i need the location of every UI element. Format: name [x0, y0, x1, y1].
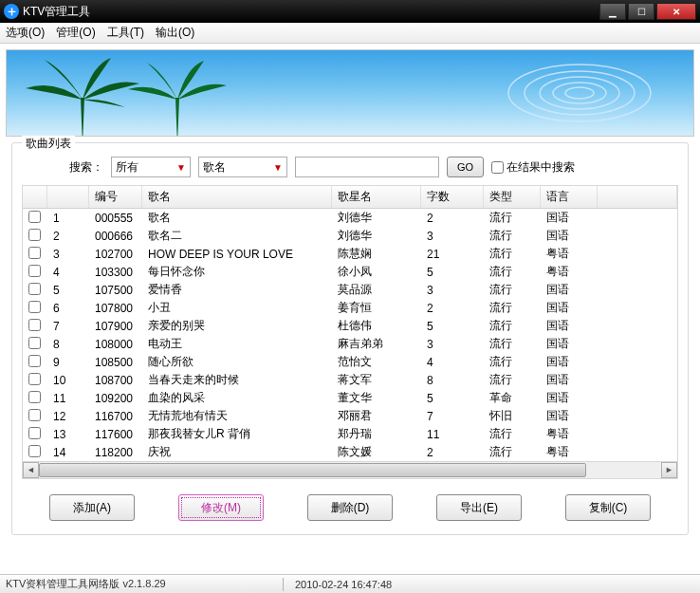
add-button[interactable]: 添加(A)	[49, 494, 135, 521]
cell-lang: 粤语	[541, 425, 598, 443]
minimize-button[interactable]	[599, 3, 626, 20]
table-row[interactable]: 12116700无情荒地有情天邓丽君7怀旧国语	[23, 407, 677, 425]
row-checkbox[interactable]	[28, 211, 41, 223]
table-row[interactable]: 3102700HOW DEEP IS YOUR LOVE陈慧娴21流行粤语	[23, 245, 677, 263]
cell-star: 姜育恒	[332, 299, 421, 317]
cell-count: 5	[421, 389, 484, 407]
table-row[interactable]: 10108700当春天走来的时候蒋文军8流行国语	[23, 371, 677, 389]
cell-name: 血染的风采	[142, 389, 332, 407]
row-checkbox[interactable]	[28, 391, 41, 403]
delete-button[interactable]: 删除(D)	[307, 494, 393, 521]
row-checkbox[interactable]	[28, 247, 41, 259]
menu-options[interactable]: 选项(O)	[6, 25, 45, 41]
scroll-track[interactable]	[39, 462, 661, 478]
menu-manage[interactable]: 管理(O)	[56, 25, 95, 41]
cell-star: 蒋文军	[332, 371, 421, 389]
export-button[interactable]: 导出(E)	[436, 494, 522, 521]
col-rownum[interactable]	[47, 186, 89, 209]
row-checkbox[interactable]	[28, 283, 41, 295]
search-scope-combo[interactable]: 所有 ▼	[111, 157, 191, 177]
cell-name: 亲爱的别哭	[142, 317, 332, 335]
cell-type: 革命	[484, 389, 541, 407]
row-checkbox[interactable]	[28, 319, 41, 331]
cell-id: 107800	[89, 299, 142, 317]
table-row[interactable]: 14118200庆祝陈文媛2流行粤语	[23, 443, 677, 461]
menu-tools[interactable]: 工具(T)	[107, 25, 144, 41]
app-icon	[4, 4, 19, 19]
cell-lang: 国语	[541, 407, 598, 425]
col-star[interactable]: 歌星名	[332, 186, 421, 209]
table-row[interactable]: 9108500随心所欲范怡文4流行国语	[23, 353, 677, 371]
statusbar: KTV资料管理工具网络版 v2.1.8.29 2010-02-24 16:47:…	[0, 574, 700, 593]
row-checkbox[interactable]	[28, 301, 41, 313]
scroll-thumb[interactable]	[39, 463, 586, 477]
cell-star: 徐小凤	[332, 263, 421, 281]
row-checkbox[interactable]	[28, 229, 41, 241]
cell-rownum: 14	[47, 443, 89, 461]
search-input[interactable]	[295, 157, 439, 177]
edit-button[interactable]: 修改(M)	[178, 494, 264, 521]
row-checkbox[interactable]	[28, 427, 41, 439]
table-row[interactable]: 8108000电动王麻吉弟弟3流行国语	[23, 335, 677, 353]
search-in-results-wrap[interactable]: 在结果中搜索	[491, 159, 575, 176]
copy-button[interactable]: 复制(C)	[565, 494, 651, 521]
scroll-right-icon[interactable]: ►	[661, 462, 677, 478]
cell-rownum: 2	[47, 227, 89, 245]
cell-id: 108700	[89, 371, 142, 389]
col-id[interactable]: 编号	[89, 186, 142, 209]
cell-name: 爱情香	[142, 281, 332, 299]
col-extra[interactable]	[598, 186, 677, 209]
table-row[interactable]: 5107500爱情香莫品源3流行国语	[23, 281, 677, 299]
horizontal-scrollbar[interactable]: ◄ ►	[23, 461, 677, 477]
cell-id: 108000	[89, 335, 142, 353]
table-row[interactable]: 7107900亲爱的别哭杜德伟5流行国语	[23, 317, 677, 335]
row-checkbox[interactable]	[28, 445, 41, 457]
cell-count: 8	[421, 371, 484, 389]
col-name[interactable]: 歌名	[142, 186, 332, 209]
row-checkbox[interactable]	[28, 337, 41, 349]
table-row[interactable]: 13117600那夜我替女儿R 背俏郑丹瑞11流行粤语	[23, 425, 677, 443]
row-checkbox[interactable]	[28, 355, 41, 367]
menu-output[interactable]: 输出(O)	[156, 25, 194, 41]
row-checkbox[interactable]	[28, 265, 41, 277]
svg-point-0	[565, 87, 594, 99]
table-row[interactable]: 1000555歌名刘德华2流行国语	[23, 209, 677, 228]
cell-type: 流行	[484, 317, 541, 335]
cell-rownum: 8	[47, 335, 89, 353]
cell-id: 000666	[89, 227, 142, 245]
table-row[interactable]: 6107800小丑姜育恒2流行国语	[23, 299, 677, 317]
cell-type: 怀旧	[484, 407, 541, 425]
cell-name: 歌名	[142, 209, 332, 228]
maximize-button[interactable]	[628, 3, 654, 20]
cell-lang: 国语	[541, 209, 598, 228]
col-lang[interactable]: 语言	[541, 186, 598, 209]
row-checkbox[interactable]	[28, 409, 41, 421]
close-button[interactable]	[656, 3, 696, 20]
cell-type: 流行	[484, 371, 541, 389]
go-button[interactable]: GO	[447, 157, 484, 177]
cell-id: 118200	[89, 443, 142, 461]
cell-name: 庆祝	[142, 443, 332, 461]
table-row[interactable]: 11109200血染的风采董文华5革命国语	[23, 389, 677, 407]
cell-lang: 国语	[541, 281, 598, 299]
col-type[interactable]: 类型	[484, 186, 541, 209]
cell-lang: 国语	[541, 353, 598, 371]
scroll-left-icon[interactable]: ◄	[23, 462, 39, 478]
row-checkbox[interactable]	[28, 373, 41, 385]
cell-lang: 国语	[541, 317, 598, 335]
cell-rownum: 1	[47, 209, 89, 228]
table-row[interactable]: 2000666歌名二刘德华3流行国语	[23, 227, 677, 245]
cell-name: 当春天走来的时候	[142, 371, 332, 389]
search-field-combo[interactable]: 歌名 ▼	[198, 157, 287, 177]
cell-type: 流行	[484, 443, 541, 461]
cell-name: 无情荒地有情天	[142, 407, 332, 425]
cell-lang: 国语	[541, 371, 598, 389]
table-row[interactable]: 4103300每日怀念你徐小凤5流行粤语	[23, 263, 677, 281]
col-check[interactable]	[23, 186, 47, 209]
cell-star: 郑丹瑞	[332, 425, 421, 443]
cell-star: 莫品源	[332, 281, 421, 299]
cell-rownum: 5	[47, 281, 89, 299]
col-count[interactable]: 字数	[421, 186, 484, 209]
search-in-results-checkbox[interactable]	[491, 161, 504, 174]
cell-star: 陈文媛	[332, 443, 421, 461]
